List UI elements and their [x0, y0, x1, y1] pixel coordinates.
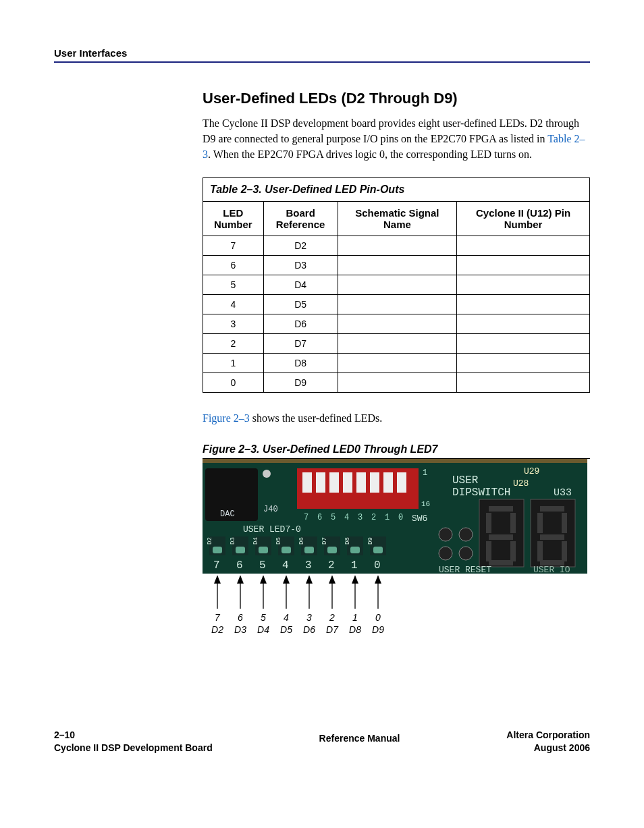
svg-point-49 — [439, 547, 452, 560]
footer-center: Reference Manual — [319, 733, 400, 744]
footer-company: Altera Corporation — [506, 729, 590, 742]
svg-rect-34 — [486, 513, 491, 533]
footer-page: 2–10 — [54, 729, 213, 742]
svg-text:D6: D6 — [303, 624, 315, 635]
svg-text:1: 1 — [423, 468, 427, 478]
svg-text:7: 7 — [215, 612, 221, 623]
svg-rect-8 — [316, 472, 325, 493]
svg-text:D6: D6 — [298, 537, 305, 545]
svg-text:USER IO: USER IO — [533, 565, 570, 575]
table-row: 1D8 — [203, 353, 590, 372]
svg-text:3: 3 — [305, 559, 312, 572]
svg-rect-64 — [259, 547, 268, 553]
svg-marker-99 — [352, 576, 358, 583]
svg-text:1: 1 — [352, 612, 358, 623]
svg-text:4: 4 — [282, 559, 289, 572]
svg-text:J40: J40 — [263, 505, 278, 514]
svg-text:D3: D3 — [234, 624, 246, 635]
svg-text:2: 2 — [328, 559, 335, 572]
svg-marker-95 — [306, 576, 312, 583]
table-row: 2D7 — [203, 333, 590, 353]
table-row: 6D3 — [203, 255, 590, 275]
svg-point-47 — [439, 528, 452, 541]
svg-text:6: 6 — [238, 612, 243, 623]
svg-rect-42 — [562, 513, 567, 533]
svg-rect-40 — [540, 506, 564, 512]
table-row: 4D5 — [203, 294, 590, 314]
svg-text:3: 3 — [306, 612, 312, 623]
header-rule — [54, 61, 590, 63]
section-title: User-Defined LEDs (D2 Through D9) — [203, 90, 590, 107]
svg-marker-97 — [329, 576, 335, 583]
svg-text:U28: U28 — [513, 478, 529, 489]
svg-rect-69 — [373, 547, 383, 553]
svg-rect-44 — [537, 541, 543, 561]
svg-rect-33 — [489, 506, 513, 512]
led-pinout-table: Table 2–3. User-Defined LED Pin-Outs LED… — [203, 177, 590, 393]
svg-text:3: 3 — [358, 513, 363, 522]
footer-product: Cyclone II DSP Development Board — [54, 742, 213, 754]
svg-text:1: 1 — [351, 559, 358, 572]
main-content: User-Defined LEDs (D2 Through D9) The Cy… — [203, 90, 590, 648]
svg-marker-87 — [215, 576, 220, 583]
svg-rect-68 — [350, 547, 360, 553]
svg-text:D4: D4 — [257, 624, 269, 635]
svg-text:D8: D8 — [349, 624, 361, 635]
svg-text:DAC: DAC — [220, 509, 235, 519]
table-row: 3D6 — [203, 314, 590, 333]
svg-rect-38 — [510, 541, 516, 561]
page-footer: 2–10 Cyclone II DSP Development Board Re… — [54, 729, 590, 754]
svg-text:0: 0 — [375, 612, 381, 623]
table-row: 0D9 — [203, 372, 590, 392]
header-section-label: User Interfaces — [54, 47, 590, 59]
figure-2-3: Figure 2–3. User-Defined LED0 Through LE… — [203, 443, 590, 648]
svg-text:D9: D9 — [372, 624, 384, 635]
svg-rect-9 — [329, 472, 339, 493]
figure-xref[interactable]: Figure 2–3 — [203, 412, 250, 424]
svg-rect-14 — [397, 472, 406, 493]
th-pin: Cyclone II (U12) PinNumber — [457, 201, 590, 236]
svg-text:USER RESET: USER RESET — [439, 565, 491, 575]
svg-text:D4: D4 — [252, 537, 259, 545]
svg-marker-93 — [284, 576, 289, 583]
svg-rect-36 — [489, 534, 513, 540]
svg-rect-1 — [203, 459, 587, 463]
svg-rect-65 — [281, 547, 291, 553]
svg-text:4: 4 — [284, 612, 289, 623]
svg-text:SW6: SW6 — [412, 514, 427, 524]
para1-b: . When the EP2C70 FPGA drives logic 0, t… — [208, 148, 532, 160]
svg-text:2: 2 — [329, 612, 335, 623]
svg-text:USER: USER — [452, 474, 479, 487]
svg-text:4: 4 — [344, 513, 349, 522]
section-paragraph-1: The Cyclone II DSP development board pro… — [203, 115, 590, 163]
svg-rect-39 — [489, 560, 513, 565]
svg-text:D2: D2 — [211, 624, 223, 635]
svg-text:1: 1 — [385, 513, 390, 522]
svg-marker-89 — [238, 576, 243, 583]
figure-intro: Figure 2–3 shows the user-defined LEDs. — [203, 410, 590, 426]
page-header: User Interfaces — [54, 47, 590, 63]
table-caption: Table 2–3. User-Defined LED Pin-Outs — [203, 177, 590, 201]
svg-rect-37 — [486, 541, 491, 561]
svg-text:D7: D7 — [321, 537, 328, 545]
figure-caption: Figure 2–3. User-Defined LED0 Through LE… — [203, 443, 590, 456]
svg-text:0: 0 — [398, 513, 403, 522]
svg-point-48 — [459, 528, 473, 541]
th-board-ref: BoardReference — [263, 201, 338, 236]
para1-a: The Cyclone II DSP development board pro… — [203, 117, 579, 144]
svg-text:U33: U33 — [554, 487, 572, 499]
table-row: 5D4 — [203, 275, 590, 294]
svg-rect-41 — [537, 513, 543, 533]
svg-text:0: 0 — [374, 559, 381, 572]
svg-text:D2: D2 — [207, 537, 213, 545]
svg-text:D8: D8 — [344, 537, 351, 545]
svg-text:5: 5 — [331, 513, 336, 522]
svg-rect-11 — [356, 472, 366, 493]
svg-text:U29: U29 — [524, 466, 539, 476]
svg-rect-10 — [343, 472, 352, 493]
svg-text:D9: D9 — [367, 537, 374, 545]
svg-rect-43 — [540, 534, 564, 540]
svg-rect-12 — [370, 472, 379, 493]
svg-point-3 — [263, 470, 271, 478]
svg-rect-7 — [302, 472, 312, 493]
